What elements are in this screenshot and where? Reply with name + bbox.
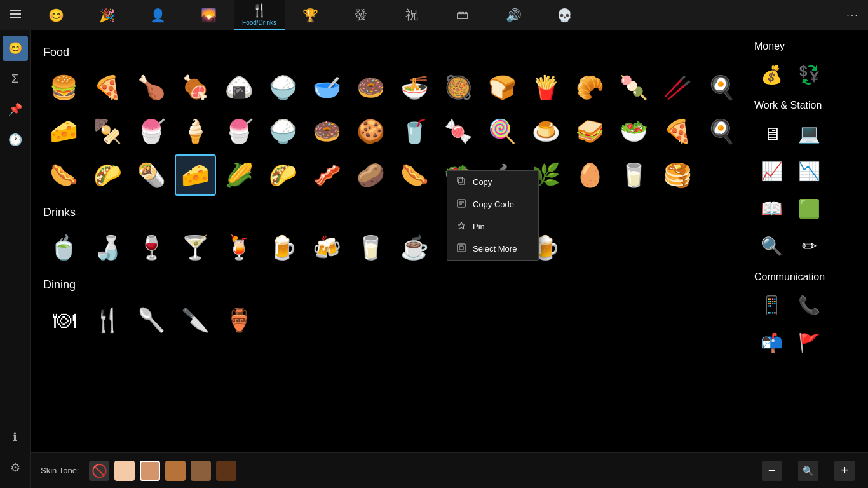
- emoji-laptop[interactable]: 💻: [792, 116, 827, 151]
- emoji-custard[interactable]: 🍮: [526, 111, 567, 152]
- emoji-milk[interactable]: 🥛: [613, 154, 654, 196]
- emoji-taco[interactable]: 🌮: [87, 154, 128, 196]
- emoji-egg2[interactable]: 🥚: [569, 154, 611, 196]
- context-menu-copy[interactable]: Copy: [447, 171, 538, 193]
- emoji-wine[interactable]: 🍷: [131, 227, 172, 268]
- tab-bag[interactable]: 🗃: [437, 0, 488, 30]
- tab-skull[interactable]: 💀: [539, 0, 590, 30]
- emoji-sausage[interactable]: 🌭: [394, 154, 435, 196]
- emoji-egg[interactable]: 🍳: [701, 111, 742, 152]
- emoji-rice2[interactable]: 🍚: [262, 111, 304, 152]
- hamburger-menu[interactable]: [0, 0, 31, 30]
- emoji-cup[interactable]: 🥤: [394, 111, 435, 152]
- tab-nature[interactable]: 🌄: [183, 0, 234, 30]
- emoji-croissant[interactable]: 🥐: [569, 67, 611, 108]
- skin-swatch-blocked[interactable]: 🚫: [89, 461, 109, 481]
- tab-smileys[interactable]: 😊: [31, 0, 81, 30]
- emoji-beer[interactable]: 🍺: [262, 227, 304, 268]
- emoji-bacon[interactable]: 🥓: [306, 154, 348, 196]
- emoji-fried-egg[interactable]: 🍳: [701, 67, 742, 108]
- emoji-pizza2[interactable]: 🍕: [657, 111, 698, 152]
- emoji-fork-knife[interactable]: 🍴: [87, 299, 128, 341]
- more-button[interactable]: ···: [837, 0, 868, 30]
- context-menu-copy-code[interactable]: Copy Code: [447, 193, 538, 215]
- emoji-cookie2[interactable]: 🍪: [350, 111, 391, 152]
- emoji-knife[interactable]: 🔪: [175, 299, 216, 341]
- skin-swatch-light[interactable]: [114, 461, 135, 481]
- emoji-pencil[interactable]: ✏: [792, 229, 827, 264]
- tab-symbols[interactable]: 發: [336, 0, 386, 30]
- sidebar-item-settings[interactable]: ⚙: [3, 455, 28, 480]
- emoji-coffee[interactable]: ☕: [394, 227, 435, 268]
- emoji-oden[interactable]: 🍢: [87, 111, 128, 152]
- sidebar-item-history[interactable]: 🕐: [3, 127, 28, 152]
- tab-celebration[interactable]: 祝: [386, 0, 437, 30]
- zoom-plus-button[interactable]: +: [834, 461, 855, 481]
- context-menu-pin[interactable]: Pin: [447, 215, 538, 238]
- skin-swatch-dark[interactable]: [216, 461, 236, 481]
- tab-people[interactable]: 👤: [132, 0, 183, 30]
- emoji-salad[interactable]: 🥗: [613, 111, 654, 152]
- emoji-book[interactable]: 📖: [754, 191, 789, 226]
- emoji-cheese-wedge[interactable]: 🧀: [175, 154, 216, 196]
- emoji-sandwich[interactable]: 🥪: [569, 111, 611, 152]
- emoji-currency[interactable]: 💱: [792, 57, 827, 92]
- emoji-fries[interactable]: 🍟: [526, 67, 567, 108]
- emoji-phone[interactable]: 📞: [792, 288, 827, 323]
- emoji-plate[interactable]: 🍽: [43, 299, 85, 341]
- skin-swatch-medium-dark[interactable]: [191, 461, 211, 481]
- emoji-soft-ice-cream[interactable]: 🍧: [219, 111, 260, 152]
- emoji-pancakes[interactable]: 🥞: [657, 154, 698, 196]
- emoji-bread[interactable]: 🍞: [482, 67, 523, 108]
- context-menu-select-more[interactable]: Select More: [447, 238, 538, 260]
- emoji-rice[interactable]: 🍚: [262, 67, 304, 108]
- tab-activities[interactable]: 🎉: [81, 0, 132, 30]
- emoji-lollipop[interactable]: 🍭: [482, 111, 523, 152]
- zoom-minus-button[interactable]: −: [762, 461, 782, 481]
- emoji-mailbox[interactable]: 📬: [754, 325, 789, 360]
- emoji-green-square[interactable]: 🟩: [792, 191, 827, 226]
- emoji-mobile[interactable]: 📱: [754, 288, 789, 323]
- emoji-burger[interactable]: 🍔: [43, 67, 85, 108]
- emoji-bowl[interactable]: 🥣: [306, 67, 348, 108]
- sidebar-item-sigma[interactable]: Σ: [3, 66, 28, 92]
- emoji-cookie[interactable]: 🍩: [350, 67, 391, 108]
- emoji-sake[interactable]: 🍶: [87, 227, 128, 268]
- emoji-rice-ball[interactable]: 🍙: [219, 67, 260, 108]
- emoji-burrito[interactable]: 🌯: [131, 154, 172, 196]
- emoji-chart-up[interactable]: 📈: [754, 154, 789, 189]
- emoji-chicken-leg[interactable]: 🍗: [131, 67, 172, 108]
- skin-swatch-medium[interactable]: [165, 461, 186, 481]
- emoji-candy[interactable]: 🍬: [438, 111, 479, 152]
- emoji-shaved-ice[interactable]: 🍧: [131, 111, 172, 152]
- emoji-spoon[interactable]: 🥄: [131, 299, 172, 341]
- emoji-tropical[interactable]: 🍹: [219, 227, 260, 268]
- tab-objects[interactable]: 🏆: [285, 0, 336, 30]
- emoji-milk2[interactable]: 🥛: [350, 227, 391, 268]
- emoji-desktop[interactable]: 🖥: [754, 116, 789, 151]
- emoji-cheese[interactable]: 🧀: [43, 111, 85, 152]
- emoji-beers[interactable]: 🍻: [306, 227, 348, 268]
- tab-sound[interactable]: 🔊: [488, 0, 539, 30]
- tab-food[interactable]: 🍴 Food/Drinks: [234, 0, 285, 30]
- emoji-noodles[interactable]: 🍜: [394, 67, 435, 108]
- emoji-corn-chips[interactable]: 🌽: [219, 154, 260, 196]
- emoji-chart-down[interactable]: 📉: [792, 154, 827, 189]
- emoji-amphora[interactable]: 🏺: [219, 299, 260, 341]
- emoji-cocktail[interactable]: 🍸: [175, 227, 216, 268]
- sidebar-item-info[interactable]: ℹ: [3, 424, 28, 450]
- emoji-stew[interactable]: 🥘: [438, 67, 479, 108]
- skin-swatch-medium-light[interactable]: [140, 461, 160, 481]
- emoji-donut[interactable]: 🍩: [306, 111, 348, 152]
- emoji-flag[interactable]: 🚩: [792, 325, 827, 360]
- emoji-pizza[interactable]: 🍕: [87, 67, 128, 108]
- emoji-magnifier[interactable]: 🔍: [754, 229, 789, 264]
- sidebar-item-pin[interactable]: 📌: [3, 97, 28, 122]
- emoji-chopsticks[interactable]: 🥢: [657, 67, 698, 108]
- emoji-money-bag[interactable]: 💰: [754, 57, 789, 92]
- emoji-taco2[interactable]: 🌮: [262, 154, 304, 196]
- emoji-green-tea[interactable]: 🍵: [43, 227, 85, 268]
- emoji-potato[interactable]: 🥔: [350, 154, 391, 196]
- emoji-hotdog[interactable]: 🌭: [43, 154, 85, 196]
- zoom-search-button[interactable]: 🔍: [798, 461, 818, 481]
